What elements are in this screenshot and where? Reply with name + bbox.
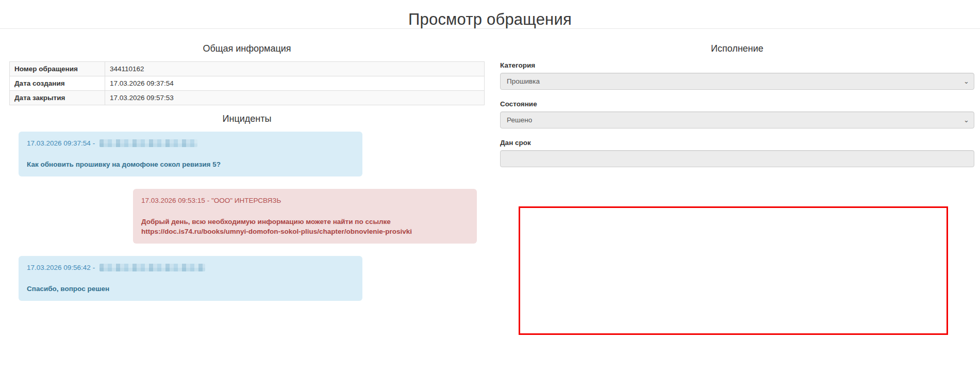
incident-message-client-1: 17.03.2026 09:37:54 - Как обновить проши… xyxy=(19,132,362,176)
incidents-heading: Инциденты xyxy=(9,114,485,124)
created-date-value: 17.03.2026 09:37:54 xyxy=(105,76,485,91)
table-row-ticket-number: Номер обращения 344110162 xyxy=(10,62,485,76)
status-label: Состояние xyxy=(500,100,974,108)
redacted-author-name xyxy=(99,264,205,271)
status-select[interactable]: Решено ⌄ xyxy=(500,111,974,128)
closed-date-value: 17.03.2026 09:57:53 xyxy=(105,91,485,105)
message-text: Добрый день, всю необходимую информацию … xyxy=(141,217,469,236)
created-date-label: Дата создания xyxy=(10,76,105,91)
incident-message-client-2: 17.03.2026 09:56:42 - Спасибо, вопрос ре… xyxy=(19,256,362,301)
redacted-author-name xyxy=(99,139,197,147)
category-selected-value: Прошивка xyxy=(507,77,540,85)
category-select[interactable]: Прошивка ⌄ xyxy=(500,73,974,90)
execution-heading: Исполнение xyxy=(500,43,974,54)
deadline-label: Дан срок xyxy=(500,139,974,147)
category-label: Категория xyxy=(500,61,974,69)
closed-date-label: Дата закрытия xyxy=(10,91,105,105)
message-meta: 17.03.2026 09:56:42 - xyxy=(27,263,354,272)
chevron-down-icon: ⌄ xyxy=(964,116,969,124)
general-info-table: Номер обращения 344110162 Дата создания … xyxy=(9,61,485,105)
execution-column: Исполнение Категория Прошивка ⌄ Состояни… xyxy=(500,35,974,335)
status-selected-value: Решено xyxy=(507,116,532,124)
ticket-number-value: 344110162 xyxy=(105,62,485,76)
message-author: "ООО" ИНТЕРСВЯЗЬ xyxy=(211,197,281,204)
message-text: Спасибо, вопрос решен xyxy=(27,284,354,294)
message-timestamp: 17.03.2026 09:56:42 xyxy=(27,264,91,271)
message-meta: 17.03.2026 09:37:54 - xyxy=(27,139,354,148)
chevron-down-icon: ⌄ xyxy=(964,77,969,86)
incident-message-operator: 17.03.2026 09:53:15 - "ООО" ИНТЕРСВЯЗЬ Д… xyxy=(133,189,477,244)
message-text: Как обновить прошивку на домофоне сокол … xyxy=(27,159,354,169)
deadline-input[interactable] xyxy=(500,150,974,167)
deadline-field: Дан срок xyxy=(500,139,974,167)
red-bordered-box xyxy=(519,206,948,335)
meta-separator: - xyxy=(91,264,97,271)
table-row-closed-date: Дата закрытия 17.03.2026 09:57:53 xyxy=(10,91,485,105)
ticket-number-label: Номер обращения xyxy=(10,62,105,76)
content-columns: Общая информация Номер обращения 3441101… xyxy=(0,29,980,335)
message-timestamp: 17.03.2026 09:53:15 xyxy=(141,197,205,204)
message-meta: 17.03.2026 09:53:15 - "ООО" ИНТЕРСВЯЗЬ xyxy=(141,196,469,205)
general-info-heading: Общая информация xyxy=(9,43,485,54)
table-row-created-date: Дата создания 17.03.2026 09:37:54 xyxy=(10,76,485,91)
meta-separator: - xyxy=(91,139,97,147)
message-timestamp: 17.03.2026 09:37:54 xyxy=(27,139,91,147)
general-info-column: Общая информация Номер обращения 3441101… xyxy=(9,35,485,335)
status-field: Состояние Решено ⌄ xyxy=(500,100,974,128)
category-field: Категория Прошивка ⌄ xyxy=(500,61,974,90)
meta-separator: - xyxy=(205,197,211,204)
page-title: Просмотр обращения xyxy=(0,0,980,28)
